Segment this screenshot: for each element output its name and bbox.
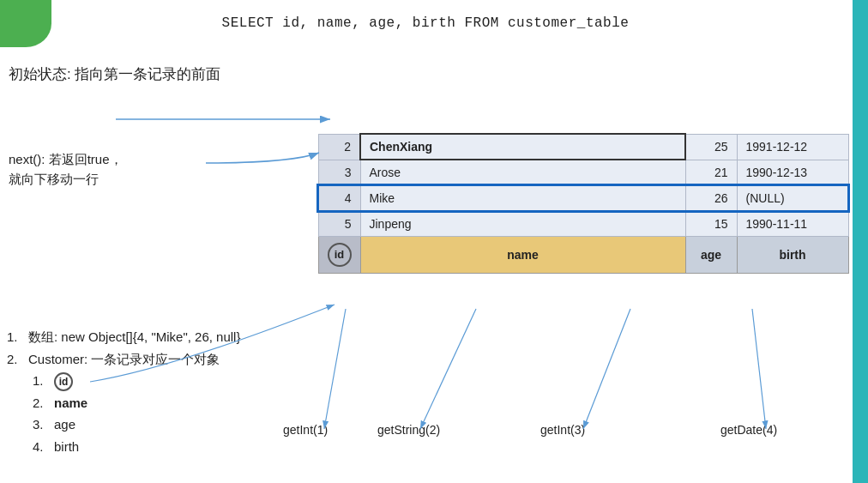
cell-age: 21 [685, 160, 737, 185]
sub4-num: 4. [33, 439, 51, 454]
cell-name: Mike [360, 185, 685, 211]
sub-item-1: 1. id [33, 370, 240, 392]
sub3-text: age [54, 417, 75, 432]
cell-age: 26 [685, 185, 737, 211]
id-circle-small-icon: id [54, 372, 73, 391]
cell-id: 2 [318, 134, 360, 160]
cell-birth: 1990-11-11 [737, 211, 848, 237]
table-row-selected: 4 Mike 26 (NULL) [318, 185, 848, 211]
page-container: SELECT id, name, age, birth FROM custome… [0, 0, 868, 483]
cell-age: 15 [685, 211, 737, 237]
getter-1: getInt(1) [283, 423, 328, 437]
sub-item-4: 4. birth [33, 436, 240, 458]
item1-prefix: 1. [7, 329, 25, 344]
cell-id: 3 [318, 160, 360, 185]
cell-name: Jinpeng [360, 211, 685, 237]
table-row: 2 ChenXiang 25 1991-12-12 [318, 134, 848, 160]
svg-line-4 [420, 309, 476, 429]
table-container: 2 ChenXiang 25 1991-12-12 3 Arose 21 199… [317, 133, 849, 274]
svg-line-6 [752, 309, 766, 429]
next-label-line1: next(): 若返回true， [9, 152, 123, 166]
header-id: id [318, 237, 360, 274]
sub1-num: 1. [33, 373, 51, 388]
cell-id: 5 [318, 211, 360, 237]
cell-name: Arose [360, 160, 685, 185]
cell-age: 25 [685, 134, 737, 160]
sub-item-3: 3. age [33, 414, 240, 436]
table-header-row: id name age birth [318, 237, 848, 274]
cell-id: 4 [318, 185, 360, 211]
cell-birth: 1990-12-13 [737, 160, 848, 185]
sub-item-2: 2. name [33, 392, 240, 414]
list-item-1: 1. 数组: new Object[]{4, "Mike", 26, null} [7, 326, 240, 348]
list-item-2: 2. Customer: 一条记录对应一个对象 [7, 348, 240, 371]
table-row: 3 Arose 21 1990-12-13 [318, 160, 848, 185]
right-accent [853, 0, 868, 483]
sql-title: SELECT id, name, age, birth FROM custome… [0, 15, 851, 31]
header-birth: birth [737, 237, 848, 274]
sub2-num: 2. [33, 395, 51, 410]
id-circle-icon: id [328, 243, 352, 267]
header-name: name [360, 237, 685, 274]
next-label: next(): 若返回true， 就向下移动一行 [9, 150, 123, 189]
getter-3: getInt(3) [540, 423, 585, 437]
item2-prefix: 2. [7, 352, 25, 366]
data-table: 2 ChenXiang 25 1991-12-12 3 Arose 21 199… [317, 133, 849, 274]
bottom-list: 1. 数组: new Object[]{4, "Mike", 26, null}… [7, 326, 240, 457]
sub4-text: birth [54, 439, 79, 454]
next-label-line2: 就向下移动一行 [9, 172, 99, 186]
getter-4: getDate(4) [720, 423, 777, 437]
cell-birth: 1991-12-12 [737, 134, 848, 160]
sub3-num: 3. [33, 417, 51, 432]
table-row: 5 Jinpeng 15 1990-11-11 [318, 211, 848, 237]
svg-line-5 [583, 309, 630, 429]
cell-name: ChenXiang [360, 134, 685, 160]
svg-line-3 [324, 309, 346, 429]
item1-text: 数组: new Object[]{4, "Mike", 26, null} [28, 329, 240, 344]
sub2-text: name [54, 395, 87, 410]
cell-birth: (NULL) [737, 185, 848, 211]
initial-state-label: 初始状态: 指向第一条记录的前面 [9, 64, 220, 84]
header-age: age [685, 237, 737, 274]
getter-2: getString(2) [377, 423, 440, 437]
item2-text: Customer: 一条记录对应一个对象 [28, 352, 220, 366]
